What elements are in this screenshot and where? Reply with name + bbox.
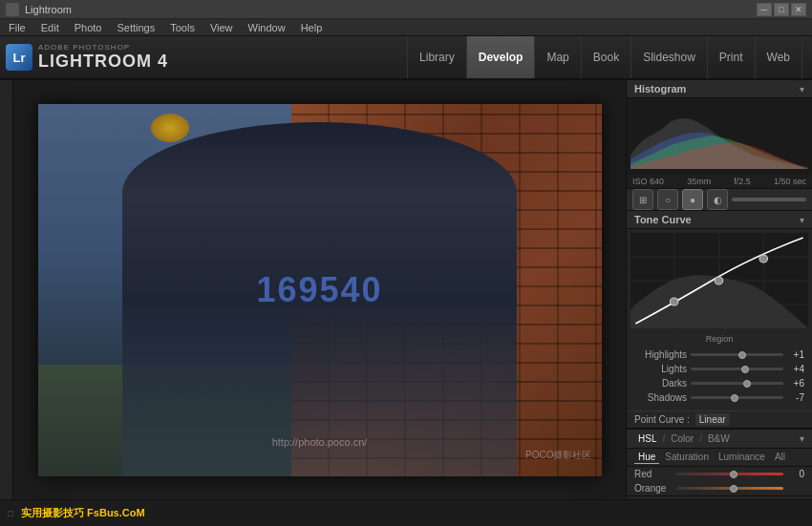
curve-canvas bbox=[630, 233, 808, 328]
filmstrip-icon: □ bbox=[8, 508, 13, 518]
product-name: LIGHTROOM 4 bbox=[38, 52, 168, 72]
point-curve-label: Point Curve : bbox=[634, 414, 690, 425]
title-bar: Lightroom ─ □ ✕ bbox=[0, 0, 812, 19]
red-thumb[interactable] bbox=[730, 471, 737, 478]
tab-print[interactable]: Print bbox=[708, 36, 756, 78]
menu-edit[interactable]: Edit bbox=[38, 22, 62, 33]
hsl-tab-bw[interactable]: B&W bbox=[704, 432, 734, 445]
maximize-button[interactable]: □ bbox=[774, 3, 789, 16]
tone-curve-collapse-icon[interactable]: ▾ bbox=[800, 215, 804, 225]
red-value: 0 bbox=[787, 469, 804, 479]
svg-point-8 bbox=[759, 255, 768, 263]
svg-point-6 bbox=[670, 298, 678, 305]
exposure-slider[interactable] bbox=[732, 198, 806, 201]
nav-tabs: Library Develop Map Book Slideshow Print… bbox=[407, 36, 802, 78]
right-panel: Histogram ▾ bbox=[626, 80, 812, 499]
shadows-row: Shadows -7 bbox=[634, 392, 804, 403]
svg-point-7 bbox=[715, 277, 723, 284]
orange-slider-row: Orange bbox=[627, 481, 812, 495]
darks-thumb[interactable] bbox=[743, 380, 751, 388]
lights-value: +4 bbox=[787, 364, 804, 374]
tab-slideshow[interactable]: Slideshow bbox=[631, 36, 708, 78]
tool-spot[interactable]: ○ bbox=[657, 189, 678, 210]
tone-curve-header: Tone Curve ▾ bbox=[627, 211, 812, 229]
watermark-url: http://photo.poco.cn/ bbox=[272, 436, 368, 448]
histogram-meta: ISO 640 35mm f/2.5 1/50 sec bbox=[627, 175, 812, 188]
region-label: Region bbox=[627, 332, 812, 346]
darks-value: +6 bbox=[787, 378, 804, 389]
shutter-value: 1/50 sec bbox=[774, 177, 806, 186]
adobe-text: ADOBE PHOTOSHOP bbox=[38, 43, 168, 52]
histogram-collapse-icon[interactable]: ▾ bbox=[800, 84, 804, 95]
red-track[interactable] bbox=[676, 473, 783, 475]
hsl-subtab-all[interactable]: All bbox=[771, 451, 789, 464]
point-curve-row: Point Curve : Linear bbox=[627, 410, 812, 428]
tab-map[interactable]: Map bbox=[535, 36, 581, 78]
point-curve-value[interactable]: Linear bbox=[695, 413, 730, 426]
hsl-tab-color[interactable]: Color bbox=[667, 432, 697, 445]
highlights-track[interactable] bbox=[691, 353, 783, 356]
histogram-title: Histogram bbox=[634, 83, 686, 95]
tone-curve-section: Tone Curve ▾ bbox=[627, 211, 812, 429]
hsl-subtab-saturation[interactable]: Saturation bbox=[661, 451, 713, 464]
shadows-value: -7 bbox=[787, 392, 804, 403]
app-logo: Lr ADOBE PHOTOSHOP LIGHTROOM 4 bbox=[6, 43, 168, 72]
darks-label: Darks bbox=[634, 378, 687, 389]
lr-badge: Lr bbox=[6, 44, 32, 71]
hsl-subtab-hue[interactable]: Hue bbox=[634, 451, 659, 464]
red-slider-row: Red 0 bbox=[627, 467, 812, 481]
darks-track[interactable] bbox=[691, 382, 783, 385]
sliders-section: Highlights +1 Lights +4 Darks bbox=[627, 346, 812, 410]
tab-library[interactable]: Library bbox=[407, 36, 467, 78]
person bbox=[122, 122, 517, 476]
menu-file[interactable]: File bbox=[6, 22, 29, 33]
curve-svg bbox=[630, 233, 808, 328]
tool-redeye[interactable]: ● bbox=[682, 189, 703, 210]
hsl-section: HSL / Color / B&W ▾ Hue Saturation Lumin… bbox=[627, 429, 812, 495]
shadows-track[interactable] bbox=[691, 396, 783, 399]
lr-badge-text: Lr bbox=[13, 51, 26, 65]
lights-label: Lights bbox=[634, 364, 687, 374]
lights-thumb[interactable] bbox=[741, 366, 749, 373]
tone-curve-title: Tone Curve bbox=[634, 214, 692, 225]
orange-thumb[interactable] bbox=[730, 485, 737, 493]
photo-area: 169540 http://photo.poco.cn/ POCO摄影社区 bbox=[13, 80, 626, 499]
left-panel bbox=[0, 80, 13, 499]
app-icon bbox=[6, 3, 19, 16]
menu-photo[interactable]: Photo bbox=[72, 22, 105, 33]
highlights-label: Highlights bbox=[634, 349, 687, 360]
shadows-thumb[interactable] bbox=[731, 394, 738, 402]
menu-settings[interactable]: Settings bbox=[114, 22, 158, 33]
lights-row: Lights +4 bbox=[634, 364, 804, 374]
shadows-label: Shadows bbox=[634, 392, 687, 403]
hsl-subtabs: Hue Saturation Luminance All bbox=[627, 449, 812, 467]
lr-title: ADOBE PHOTOSHOP LIGHTROOM 4 bbox=[38, 43, 168, 72]
close-button[interactable]: ✕ bbox=[791, 3, 806, 16]
nav-bar: Lr ADOBE PHOTOSHOP LIGHTROOM 4 Library D… bbox=[0, 36, 812, 80]
photo-frame: 169540 http://photo.poco.cn/ POCO摄影社区 bbox=[38, 104, 602, 476]
tab-web[interactable]: Web bbox=[756, 36, 802, 78]
histogram-svg bbox=[630, 102, 808, 169]
menu-help[interactable]: Help bbox=[298, 22, 326, 33]
tool-bar: ⊞ ○ ● ◐ bbox=[627, 189, 812, 211]
hsl-collapse-icon[interactable]: ▾ bbox=[800, 433, 804, 444]
title-bar-left: Lightroom bbox=[6, 3, 72, 16]
watermark-site: POCO摄影社区 bbox=[525, 449, 591, 462]
main-layout: 169540 http://photo.poco.cn/ POCO摄影社区 Hi… bbox=[0, 80, 812, 499]
window-controls[interactable]: ─ □ ✕ bbox=[757, 3, 806, 16]
red-label: Red bbox=[634, 469, 673, 479]
menu-view[interactable]: View bbox=[207, 22, 236, 33]
tab-develop[interactable]: Develop bbox=[467, 36, 536, 78]
tab-book[interactable]: Book bbox=[582, 36, 631, 78]
highlights-thumb[interactable] bbox=[738, 351, 746, 359]
menu-window[interactable]: Window bbox=[246, 22, 288, 33]
tool-grad[interactable]: ◐ bbox=[707, 189, 728, 210]
minimize-button[interactable]: ─ bbox=[757, 3, 772, 16]
hsl-subtab-luminance[interactable]: Luminance bbox=[715, 451, 769, 464]
menu-tools[interactable]: Tools bbox=[167, 22, 198, 33]
center-panel: 169540 http://photo.poco.cn/ POCO摄影社区 bbox=[13, 80, 626, 499]
tool-crop[interactable]: ⊞ bbox=[632, 189, 653, 210]
lights-track[interactable] bbox=[691, 368, 783, 370]
hsl-tab-hsl[interactable]: HSL bbox=[634, 432, 660, 445]
orange-track[interactable] bbox=[676, 487, 783, 490]
